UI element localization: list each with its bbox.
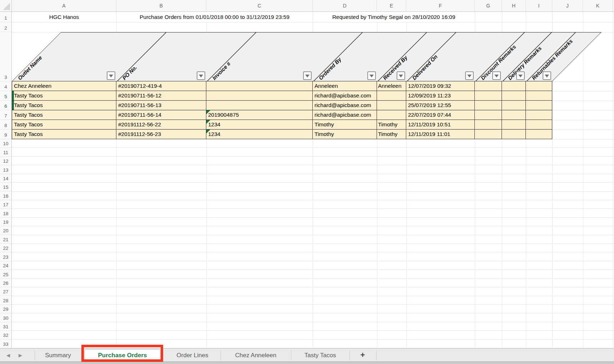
cell-outlet-name[interactable]: Tasty Tacos <box>12 91 116 101</box>
row-header-cell[interactable]: 27 <box>0 287 11 296</box>
row-header-cell[interactable]: 9 <box>0 130 11 139</box>
row-header-cell[interactable]: 1 <box>0 12 11 22</box>
row-header-cell[interactable]: 30 <box>0 313 11 322</box>
cell-ordered-by[interactable]: Anneleen <box>313 81 377 91</box>
column-header-cell[interactable]: D <box>313 0 377 11</box>
cell-po-no[interactable]: #20190711-56-13 <box>116 101 206 110</box>
row-header-cell[interactable]: 10 <box>0 139 11 148</box>
cell-report-requested[interactable]: Requested by Timothy Segal on 28/10/2020… <box>313 12 475 22</box>
cell-invoice[interactable]: 2019004875 <box>206 110 313 120</box>
cell-delivery-remarks[interactable] <box>502 130 526 139</box>
column-header-cell[interactable]: A <box>12 0 116 11</box>
tab-tasty-tacos[interactable]: Tasty Tacos <box>291 349 349 362</box>
tab-summary[interactable]: Summary <box>35 349 81 362</box>
tabs-scroll-left-button[interactable]: ◀ <box>6 349 10 362</box>
cell-invoice[interactable] <box>206 101 313 110</box>
cell-delivery-remarks[interactable] <box>502 101 526 110</box>
cell-delivered-on[interactable]: 12/11/2019 11:01 <box>406 130 475 139</box>
column-header-cell[interactable]: H <box>502 0 526 11</box>
cell-outlet-name[interactable]: Tasty Tacos <box>12 130 116 139</box>
cell-invoice[interactable] <box>206 91 313 101</box>
row-header-cell[interactable]: 2 <box>0 22 11 32</box>
row-header-cell[interactable]: 17 <box>0 200 11 209</box>
cell-po-no[interactable]: #20190712-419-4 <box>116 81 206 91</box>
cell-received-by[interactable]: Timothy <box>377 120 406 130</box>
cell-outlet-name[interactable]: Tasty Tacos <box>12 101 116 110</box>
row-header-cell[interactable]: 16 <box>0 191 11 200</box>
filter-button-delivery-remarks[interactable] <box>516 71 525 80</box>
row-header-cell[interactable]: 19 <box>0 218 11 226</box>
cell-delivered-on[interactable]: 12/11/2019 10:51 <box>406 120 475 130</box>
cell-ordered-by[interactable]: Timothy <box>313 120 377 130</box>
cell-returnables-remarks[interactable] <box>526 101 552 110</box>
row-header-cell[interactable]: 13 <box>0 165 11 174</box>
filter-button-outlet-name[interactable] <box>107 71 115 80</box>
cell-received-by[interactable]: Anneleen <box>377 81 406 91</box>
cell-invoice[interactable]: 1234 <box>206 130 313 139</box>
row-header-cell[interactable]: 21 <box>0 235 11 243</box>
cell-po-no[interactable]: #20191112-56-22 <box>116 120 206 130</box>
cell-delivery-remarks[interactable] <box>502 110 526 120</box>
row-header-cell[interactable]: 6 <box>0 101 11 110</box>
row-header-cell[interactable]: 12 <box>0 157 11 165</box>
filter-button-returnables-remarks[interactable] <box>543 71 551 80</box>
filter-button-invoice[interactable] <box>303 71 312 80</box>
add-sheet-button[interactable]: + <box>356 349 370 362</box>
cell-invoice[interactable] <box>206 81 313 91</box>
row-header-cell[interactable]: 11 <box>0 148 11 156</box>
cell-po-no[interactable]: #20190711-56-12 <box>116 91 206 101</box>
cell-outlet-name[interactable]: Tasty Tacos <box>12 120 116 130</box>
cell-report-outlet[interactable]: HGC Hanos <box>12 12 116 22</box>
row-header-cell[interactable]: 26 <box>0 279 11 287</box>
row-header-cell[interactable]: 23 <box>0 252 11 261</box>
tabs-scroll-right-button[interactable]: ▶ <box>19 349 22 362</box>
tab-chez-anneleen[interactable]: Chez Anneleen <box>221 349 291 362</box>
row-header-cell[interactable]: 20 <box>0 226 11 235</box>
row-header-cell[interactable]: 28 <box>0 296 11 304</box>
cell-returnables-remarks[interactable] <box>526 120 552 130</box>
column-header-cell[interactable]: E <box>377 0 406 11</box>
cell-discount-remarks[interactable] <box>475 130 502 139</box>
cell-delivered-on[interactable]: 12/09/2019 11:23 <box>406 91 475 101</box>
row-header-cell[interactable]: 25 <box>0 270 11 278</box>
cell-outlet-name[interactable]: Chez Anneleen <box>12 81 116 91</box>
row-header-cell[interactable]: 5 <box>0 91 11 101</box>
filter-button-received-by[interactable] <box>397 71 405 80</box>
filter-button-delivered-on[interactable] <box>465 71 474 80</box>
row-header-cell[interactable]: 15 <box>0 183 11 191</box>
cell-received-by[interactable] <box>377 110 406 120</box>
filter-button-po-no[interactable] <box>197 71 205 80</box>
column-header-cell[interactable]: F <box>406 0 475 11</box>
cell-returnables-remarks[interactable] <box>526 81 552 91</box>
row-header-cell[interactable]: 29 <box>0 305 11 313</box>
cell-outlet-name[interactable]: Tasty Tacos <box>12 110 116 120</box>
cell-discount-remarks[interactable] <box>475 91 502 101</box>
column-header-cell[interactable]: B <box>116 0 206 11</box>
row-header-cell[interactable]: 3 <box>0 32 11 81</box>
row-header-cell[interactable]: 4 <box>0 81 11 91</box>
cell-received-by[interactable] <box>377 91 406 101</box>
cell-ordered-by[interactable]: richard@apicbase.com <box>313 91 377 101</box>
cell-received-by[interactable] <box>377 101 406 110</box>
cell-report-period[interactable]: Purchase Orders from 01/01/2018 00:00 to… <box>116 12 313 22</box>
column-header-cell[interactable]: G <box>475 0 502 11</box>
row-header-cell[interactable]: 22 <box>0 244 11 252</box>
column-header-cell[interactable]: J <box>552 0 583 11</box>
column-header-cell[interactable]: K <box>583 0 613 11</box>
filter-button-ordered-by[interactable] <box>367 71 376 80</box>
cell-discount-remarks[interactable] <box>475 81 502 91</box>
cell-delivered-on[interactable]: 22/07/2019 07:44 <box>406 110 475 120</box>
row-header-cell[interactable]: 7 <box>0 110 11 120</box>
tab-order-lines[interactable]: Order Lines <box>164 349 221 362</box>
select-all-button[interactable] <box>0 0 12 11</box>
row-header-cell[interactable]: 32 <box>0 331 11 339</box>
cell-received-by[interactable]: Timothy <box>377 130 406 139</box>
cell-delivered-on[interactable]: 12/07/2019 09:32 <box>406 81 475 91</box>
cell-delivery-remarks[interactable] <box>502 91 526 101</box>
cell-discount-remarks[interactable] <box>475 101 502 110</box>
row-header-cell[interactable]: 24 <box>0 261 11 270</box>
row-header-cell[interactable]: 18 <box>0 209 11 217</box>
cell-returnables-remarks[interactable] <box>526 110 552 120</box>
cell-ordered-by[interactable]: richard@apicbase.com <box>313 101 377 110</box>
cell-invoice[interactable]: 1234 <box>206 120 313 130</box>
